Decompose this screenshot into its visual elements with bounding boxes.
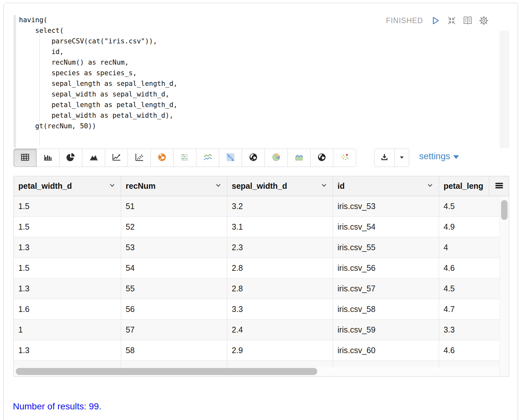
- table-row: 1.3582.9iris.csv_604.6: [14, 340, 509, 361]
- chevron-down-icon: [108, 181, 116, 191]
- chart-type-button-pie-chart[interactable]: [59, 149, 82, 167]
- globe-dark-icon: [248, 152, 258, 163]
- globe-orange-icon: [157, 152, 167, 163]
- table-cell: iris.csv_60: [333, 340, 439, 361]
- table-cell: 54: [121, 258, 227, 278]
- code-editor[interactable]: having( select( parseCSV(cat("iris.csv")…: [19, 15, 177, 132]
- table-cell: 58: [121, 340, 227, 361]
- horizontal-scrollbar[interactable]: [14, 367, 500, 376]
- scatter-color-icon: [340, 152, 349, 163]
- table-cell: 55: [121, 278, 227, 299]
- column-header-recNum: recNum: [121, 176, 227, 196]
- report-view-button[interactable]: [462, 15, 473, 26]
- chart-type-button-globe-orange[interactable]: [150, 149, 174, 167]
- table-row: 1.6563.3iris.csv_584.7: [14, 299, 509, 320]
- horizontal-scrollbar-thumb[interactable]: [16, 368, 317, 375]
- table-cell: iris.csv_56: [333, 258, 439, 278]
- table-cell: 1.5: [14, 196, 121, 216]
- table-cell: 1.6: [14, 299, 121, 319]
- status-badge: FINISHED: [386, 16, 423, 25]
- area-color-icon: [294, 152, 304, 163]
- column-menu-button[interactable]: [423, 176, 437, 196]
- paragraph-settings-button[interactable]: [478, 15, 489, 26]
- table-cell: 4.5: [439, 196, 509, 216]
- vertical-scrollbar-thumb[interactable]: [501, 200, 508, 220]
- column-header-id: id: [333, 176, 439, 196]
- table-cell: iris.csv_53: [333, 196, 439, 216]
- table-cell: 2.8: [227, 278, 333, 299]
- collapse-button[interactable]: [446, 15, 457, 26]
- book-icon: [462, 15, 473, 26]
- line-chart-icon: [112, 152, 121, 163]
- table-row: 1.3532.3iris.csv_554: [14, 237, 509, 258]
- chart-type-button-area-chart[interactable]: [82, 149, 105, 167]
- column-menu-button[interactable]: [211, 176, 226, 196]
- chart-type-button-bubble-matrix[interactable]: [173, 149, 196, 167]
- table-icon: [20, 152, 30, 163]
- table-cell: 4: [439, 237, 509, 258]
- table-cell: 1: [14, 320, 121, 340]
- bubble-matrix-icon: [180, 152, 190, 163]
- table-cell: 4.7: [439, 299, 509, 319]
- grid-menu-button[interactable]: [489, 176, 509, 196]
- table-cell: 2.8: [227, 258, 333, 278]
- chart-type-button-globe-dark2[interactable]: [310, 149, 333, 167]
- table-cell: 3.3: [439, 320, 509, 340]
- table-row: 1.3552.8iris.csv_574.5: [14, 278, 509, 299]
- chevron-down-icon: [214, 181, 222, 191]
- column-header-petal_width_d: petal_width_d: [14, 176, 121, 196]
- table-cell: 4.6: [439, 340, 509, 361]
- paragraph-card: having( select( parseCSV(cat("iris.csv")…: [3, 3, 518, 420]
- area-chart-icon: [89, 152, 98, 163]
- column-menu-button[interactable]: [317, 176, 331, 196]
- table-cell: iris.csv_57: [333, 278, 439, 299]
- table-row: 1572.4iris.csv_593.3: [14, 320, 509, 340]
- chart-type-button-bar-chart[interactable]: [36, 149, 59, 167]
- table-cell: 2.4: [227, 320, 333, 340]
- play-icon: [430, 15, 441, 26]
- results-count: Number of results: 99.: [13, 401, 101, 412]
- globe-dark2-icon: [317, 152, 327, 163]
- pie-color-icon: [271, 152, 281, 163]
- table-cell: 52: [121, 217, 227, 237]
- table-cell: 53: [121, 237, 227, 258]
- chart-type-button-multi-line-chart[interactable]: [196, 149, 219, 167]
- download-icon: [380, 158, 389, 163]
- table-cell: 4.6: [439, 258, 509, 278]
- chart-type-button-scatter-chart[interactable]: [128, 149, 151, 167]
- chart-type-button-area-color[interactable]: [287, 149, 310, 167]
- bar-chart-icon: [43, 152, 53, 163]
- column-label: recNum: [126, 181, 156, 191]
- editor-scrollbar[interactable]: [500, 31, 509, 148]
- table-header-row: petal_width_drecNumsepal_width_didpetal_…: [14, 176, 509, 196]
- table-cell: 1.5: [14, 217, 121, 237]
- multi-line-chart-icon: [203, 152, 212, 163]
- table-row: 1.5523.1iris.csv_544.9: [14, 217, 509, 237]
- column-menu-button[interactable]: [105, 176, 120, 196]
- column-label: id: [338, 181, 345, 191]
- collapse-icon: [446, 15, 457, 26]
- chart-type-button-globe-dark[interactable]: [242, 149, 265, 167]
- table-row: 1.5513.2iris.csv_534.5: [14, 196, 509, 217]
- heatmap-icon: [226, 152, 235, 163]
- run-button[interactable]: [430, 15, 441, 26]
- chart-type-button-line-chart[interactable]: [105, 149, 128, 167]
- column-label: petal_leng: [444, 181, 483, 191]
- chart-type-button-scatter-color[interactable]: [333, 149, 356, 167]
- table-cell: 51: [121, 196, 227, 216]
- table-cell: iris.csv_55: [333, 237, 439, 258]
- table-body: 1.5513.2iris.csv_534.51.5523.1iris.csv_5…: [14, 196, 509, 377]
- table-cell: 4.5: [439, 278, 509, 299]
- table-cell: 4.9: [439, 217, 509, 237]
- download-button[interactable]: [374, 149, 395, 167]
- settings-dropdown[interactable]: settings: [419, 151, 459, 161]
- chart-type-button-table[interactable]: [14, 149, 37, 167]
- column-header-sepal_width_d: sepal_width_d: [227, 176, 333, 196]
- gear-icon: [478, 15, 489, 26]
- hamburger-icon: [494, 187, 505, 192]
- chart-type-button-heatmap[interactable]: [219, 149, 242, 167]
- vertical-scrollbar[interactable]: [500, 196, 509, 376]
- chart-type-button-pie-color[interactable]: [265, 149, 288, 167]
- table-row: 1.5542.8iris.csv_564.6: [14, 258, 509, 278]
- download-caret-button[interactable]: [394, 149, 409, 167]
